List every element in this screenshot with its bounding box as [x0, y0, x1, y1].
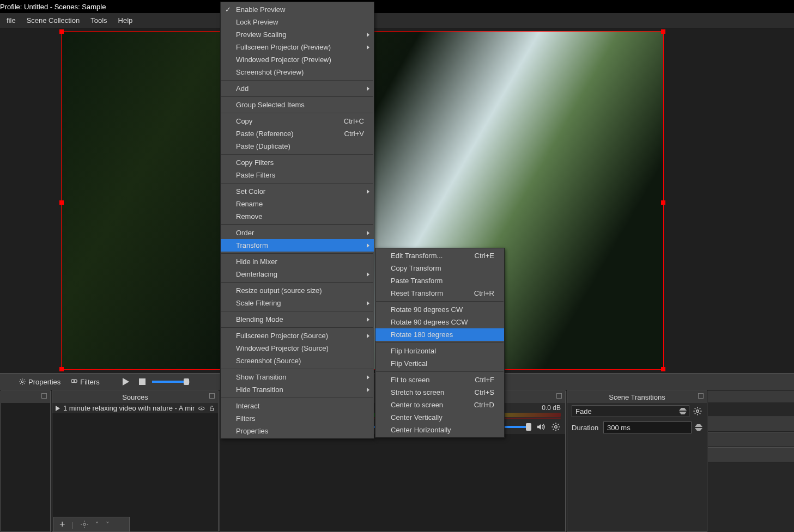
menu-item-copy[interactable]: CopyCtrl+C — [221, 115, 374, 127]
sources-panel: Sources 1 minute relaxing video with nat… — [52, 390, 219, 532]
gear-icon — [19, 378, 26, 386]
menu-item-resize-output-source-size-[interactable]: Resize output (source size) — [221, 284, 374, 297]
menu-tools[interactable]: Tools — [85, 14, 112, 27]
sources-tools: + | ˄ ˅ — [53, 517, 130, 532]
menu-item-stretch-to-screen[interactable]: Stretch to screenCtrl+S — [375, 386, 504, 399]
control-button-3[interactable] — [708, 447, 794, 462]
menu-item-rotate-90-degrees-cw[interactable]: Rotate 90 degrees CW — [375, 303, 504, 316]
add-icon[interactable]: + — [59, 519, 65, 530]
menu-item-copy-filters: Copy Filters — [221, 156, 374, 169]
menu-item-reset-transform[interactable]: Reset TransformCtrl+R — [375, 287, 504, 299]
menu-scene-collection[interactable]: Scene Collection — [21, 14, 86, 27]
menu-item-center-vertically[interactable]: Center Vertically — [375, 411, 504, 424]
properties-button[interactable]: Properties — [15, 377, 64, 387]
menu-item-screenshot-source-[interactable]: Screenshot (Source) — [221, 354, 374, 367]
menu-item-edit-transform-[interactable]: Edit Transform...Ctrl+E — [375, 249, 504, 262]
menu-item-copy-transform[interactable]: Copy Transform — [375, 262, 504, 274]
gear-icon[interactable] — [551, 422, 561, 432]
menu-item-paste-reference-: Paste (Reference)Ctrl+V — [221, 127, 374, 140]
filter-icon — [70, 378, 78, 386]
scenes-header — [1, 391, 50, 403]
speaker-icon[interactable] — [536, 422, 546, 432]
menu-item-rotate-180-degrees[interactable]: Rotate 180 degrees — [375, 328, 504, 341]
popup-icon[interactable] — [556, 393, 562, 399]
sources-header: Sources — [52, 391, 218, 403]
svg-point-0 — [21, 381, 23, 383]
menu-file[interactable]: file — [1, 14, 21, 27]
filters-label: Filters — [80, 378, 99, 386]
scenes-panel — [1, 390, 51, 532]
properties-label: Properties — [28, 378, 60, 386]
transition-select[interactable]: Fade — [572, 405, 689, 417]
menu-item-flip-vertical[interactable]: Flip Vertical — [375, 357, 504, 370]
menu-item-enable-preview[interactable]: ✓Enable Preview — [221, 3, 374, 16]
menu-item-center-horizontally[interactable]: Center Horizontally — [375, 424, 504, 436]
duration-label: Duration — [572, 424, 600, 432]
control-button-1[interactable] — [708, 417, 794, 432]
menu-item-flip-horizontal[interactable]: Flip Horizontal — [375, 345, 504, 357]
menu-item-deinterlacing[interactable]: Deinterlacing — [221, 268, 374, 280]
menu-item-transform[interactable]: Transform — [221, 239, 374, 252]
menu-item-windowed-projector-source-[interactable]: Windowed Projector (Source) — [221, 342, 374, 354]
filters-button[interactable]: Filters — [67, 377, 102, 387]
context-menu-preview: ✓Enable PreviewLock PreviewPreview Scali… — [220, 2, 374, 439]
popup-icon[interactable] — [41, 393, 47, 399]
menu-item-screenshot-preview-[interactable]: Screenshot (Preview) — [221, 66, 374, 78]
transitions-title: Scene Transitions — [609, 393, 665, 401]
duration-value: 300 ms — [607, 424, 631, 432]
menu-item-preview-scaling[interactable]: Preview Scaling — [221, 28, 374, 41]
gear-icon[interactable] — [693, 406, 702, 416]
popup-icon[interactable] — [698, 393, 704, 399]
up-icon[interactable]: ˄ — [95, 521, 99, 529]
menu-item-fullscreen-projector-preview-[interactable]: Fullscreen Projector (Preview) — [221, 41, 374, 53]
gear-icon[interactable] — [80, 520, 89, 529]
menu-item-rename[interactable]: Rename — [221, 198, 374, 210]
lock-icon[interactable] — [209, 405, 215, 412]
menu-item-remove[interactable]: Remove — [221, 210, 374, 223]
menu-item-group-selected-items[interactable]: Group Selected Items — [221, 99, 374, 111]
menu-item-set-color[interactable]: Set Color — [221, 185, 374, 198]
eye-icon[interactable] — [198, 405, 205, 412]
menu-help[interactable]: Help — [113, 14, 138, 27]
menu-item-hide-in-mixer[interactable]: Hide in Mixer — [221, 255, 374, 268]
controls-header — [708, 390, 794, 402]
menu-item-filters[interactable]: Filters — [221, 412, 374, 425]
svg-point-4 — [201, 407, 202, 408]
menu-item-fullscreen-projector-source-[interactable]: Fullscreen Projector (Source) — [221, 329, 374, 342]
menu-item-blending-mode[interactable]: Blending Mode — [221, 313, 374, 326]
menu-item-paste-filters: Paste Filters — [221, 169, 374, 181]
menu-item-lock-preview[interactable]: Lock Preview — [221, 16, 374, 28]
down-icon[interactable]: ˅ — [106, 521, 110, 529]
duration-input[interactable]: 300 ms — [603, 421, 692, 433]
source-label: 1 minute relaxing video with nature - A … — [63, 404, 195, 412]
transitions-header: Scene Transitions — [567, 391, 707, 403]
submenu-transform: Edit Transform...Ctrl+ECopy TransformPas… — [375, 248, 505, 438]
scene-transitions-panel: Scene Transitions Fade Duration 300 ms — [567, 390, 707, 532]
menu-item-show-transition[interactable]: Show Transition — [221, 371, 374, 383]
menu-item-windowed-projector-preview-[interactable]: Windowed Projector (Preview) — [221, 53, 374, 66]
menu-item-add[interactable]: Add — [221, 82, 374, 95]
titlebar: Profile: Untitled - Scenes: Sample — [0, 0, 794, 13]
popup-icon[interactable] — [209, 393, 215, 399]
menubar: file Scene Collection Tools Help — [0, 13, 794, 28]
menu-item-scale-filtering[interactable]: Scale Filtering — [221, 297, 374, 309]
control-button-2[interactable] — [708, 432, 794, 447]
transition-selected: Fade — [575, 407, 592, 415]
title-text: Profile: Untitled - Scenes: Sample — [0, 3, 106, 11]
menu-item-fit-to-screen[interactable]: Fit to screenCtrl+F — [375, 374, 504, 386]
play-button[interactable] — [119, 377, 132, 387]
playback-slider[interactable] — [152, 381, 190, 383]
svg-point-8 — [83, 523, 86, 525]
menu-item-hide-transition[interactable]: Hide Transition — [221, 383, 374, 396]
media-icon — [56, 406, 60, 411]
source-item[interactable]: 1 minute relaxing video with nature - A … — [52, 403, 218, 413]
menu-item-paste-duplicate-: Paste (Duplicate) — [221, 140, 374, 152]
sources-title: Sources — [122, 393, 148, 401]
svg-point-6 — [555, 426, 557, 429]
menu-item-properties[interactable]: Properties — [221, 425, 374, 437]
stop-button[interactable] — [136, 377, 149, 386]
menu-item-rotate-90-degrees-ccw[interactable]: Rotate 90 degrees CCW — [375, 316, 504, 328]
menu-item-center-to-screen[interactable]: Center to screenCtrl+D — [375, 399, 504, 411]
svg-rect-5 — [210, 408, 213, 410]
menu-item-order[interactable]: Order — [221, 227, 374, 239]
